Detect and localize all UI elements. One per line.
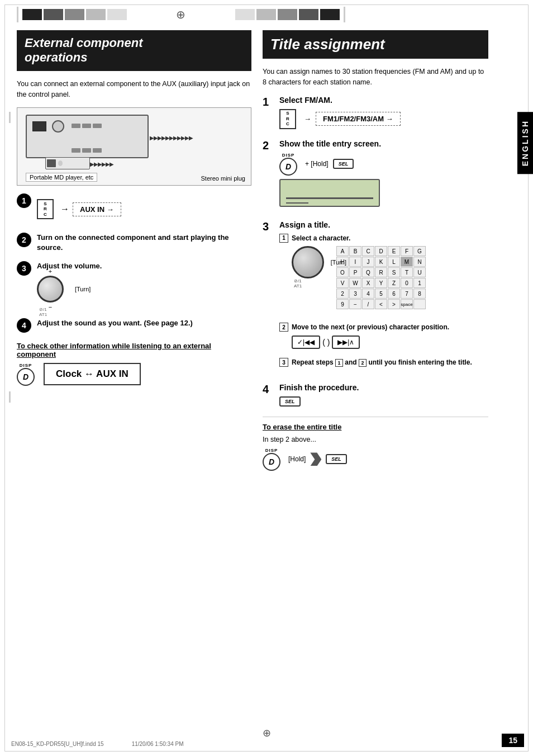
portable-label: Portable MD player, etc [26, 173, 97, 182]
stereo-label: Stereo mini plug [201, 175, 246, 182]
footer-text: EN08-15_KD-PDR55[U_UH]f.indd 15 11/20/06… [11, 741, 184, 747]
turn-label: [Turn] [331, 259, 346, 266]
char-select-knob[interactable] [292, 246, 324, 278]
english-tab: ENGLISH [517, 112, 533, 174]
volume-knob[interactable] [37, 276, 64, 303]
page-number: 15 [502, 734, 524, 747]
display-screen [279, 179, 380, 207]
